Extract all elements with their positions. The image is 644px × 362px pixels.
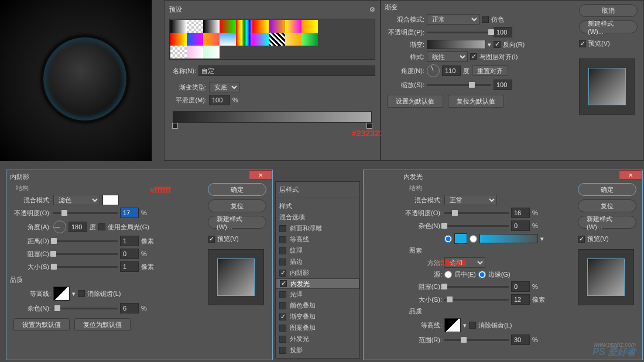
chevron-down-icon[interactable]: ▾	[540, 235, 544, 243]
go-grad-swatch[interactable]	[427, 40, 485, 49]
style-item[interactable]: 等高线	[276, 234, 359, 245]
is-choke-input[interactable]	[120, 249, 139, 259]
is-dist-slider[interactable]	[53, 240, 118, 242]
go-cancel-button[interactable]: 取消	[579, 4, 638, 17]
gradient-bar[interactable]	[173, 111, 372, 123]
style-item[interactable]: 光泽	[276, 289, 359, 300]
ig-source-center-radio[interactable]	[444, 271, 452, 278]
is-noise-input[interactable]	[120, 303, 139, 313]
go-reverse-check[interactable]	[494, 41, 501, 48]
angle-dial-icon[interactable]	[427, 64, 440, 77]
chevron-down-icon[interactable]: ▾	[463, 322, 467, 329]
ig-ok-button[interactable]: 确定	[578, 183, 636, 196]
style-item-check[interactable]	[279, 313, 286, 320]
style-item[interactable]: 纹理	[276, 245, 359, 256]
styles-blend-options[interactable]: 混合选项	[276, 212, 359, 223]
go-newstyle-button[interactable]: 新建样式(W)...	[579, 20, 638, 33]
is-angle-input[interactable]	[68, 222, 87, 232]
is-noise-slider[interactable]	[53, 308, 118, 309]
style-item-check[interactable]	[279, 302, 286, 309]
is-ok-button[interactable]: 确定	[208, 183, 266, 196]
grad-type-select[interactable]: 实底	[209, 82, 239, 92]
ig-size-slider[interactable]	[444, 299, 509, 301]
style-item-check[interactable]	[279, 225, 286, 232]
close-icon[interactable]: ✕	[249, 170, 272, 180]
is-preview-check[interactable]	[208, 236, 215, 243]
is-size-input[interactable]	[120, 261, 139, 272]
style-item-check[interactable]	[279, 236, 286, 243]
ig-noise1-slider[interactable]	[444, 225, 509, 227]
ig-choke-input[interactable]	[511, 281, 530, 292]
style-item-check[interactable]	[279, 258, 286, 266]
ig-opacity-input[interactable]	[511, 208, 530, 218]
is-size-slider[interactable]	[53, 266, 118, 268]
is-opacity-input[interactable]	[120, 208, 139, 218]
style-item[interactable]: 颜色叠加	[276, 300, 359, 311]
go-angle-input[interactable]	[442, 65, 461, 76]
is-reset-default-button[interactable]: 复位为默认值	[74, 318, 131, 331]
style-item[interactable]: 投影	[276, 344, 359, 356]
angle-dial-icon[interactable]	[53, 220, 66, 233]
style-item[interactable]: 图案叠加	[276, 322, 359, 333]
ig-color-radio[interactable]	[444, 235, 452, 243]
go-scale-slider[interactable]	[427, 84, 491, 86]
style-item[interactable]: 内发光	[276, 278, 359, 289]
ig-anti-check[interactable]	[469, 322, 476, 329]
gradient-presets[interactable]	[169, 19, 375, 60]
ig-range-slider[interactable]	[444, 339, 509, 341]
style-item-check[interactable]	[279, 336, 286, 343]
is-global-check[interactable]	[98, 223, 105, 230]
ig-gradient-radio[interactable]	[470, 235, 477, 243]
go-reset-default-button[interactable]: 复位为默认值	[448, 95, 504, 108]
ig-opacity-slider[interactable]	[444, 212, 509, 214]
ig-range-input[interactable]	[511, 335, 530, 345]
is-newstyle-button[interactable]: 新建样式(W)...	[208, 216, 266, 229]
gradient-stop-right[interactable]	[366, 123, 372, 129]
go-preview-check[interactable]	[579, 40, 586, 47]
style-item[interactable]: 斜面和浮雕	[276, 223, 359, 234]
ig-contour-swatch[interactable]	[444, 318, 461, 332]
gradient-stop-left[interactable]	[172, 123, 178, 129]
is-blend-select[interactable]: 滤色	[53, 195, 100, 205]
style-item-check[interactable]	[280, 280, 287, 287]
gradient-name-input[interactable]	[198, 65, 375, 76]
ig-size-input[interactable]	[511, 294, 530, 305]
styles-section[interactable]: 样式	[276, 201, 359, 212]
go-blend-select[interactable]: 正常	[427, 14, 479, 25]
close-icon[interactable]: ✕	[619, 170, 642, 180]
style-item[interactable]: 描边	[276, 256, 359, 267]
is-set-default-button[interactable]: 设置为默认值	[13, 318, 70, 331]
is-dist-input[interactable]	[120, 236, 139, 246]
ig-color-swatch[interactable]	[454, 233, 467, 244]
go-style-select[interactable]: 线性	[427, 51, 468, 62]
is-color-swatch[interactable]	[102, 195, 119, 205]
ig-source-edge-radio[interactable]	[478, 271, 486, 278]
is-contour-swatch[interactable]	[53, 287, 70, 301]
go-reset-align-button[interactable]: 重置对齐	[472, 65, 508, 76]
is-anti-check[interactable]	[78, 290, 85, 297]
smooth-input[interactable]	[209, 95, 230, 105]
ig-noise1-input[interactable]	[511, 220, 530, 231]
gear-icon[interactable]: ⚙	[369, 6, 375, 13]
go-scale-input[interactable]	[494, 80, 512, 90]
ig-gradient-swatch[interactable]	[479, 234, 538, 243]
style-item[interactable]: 渐变叠加	[276, 311, 359, 322]
ig-choke-slider[interactable]	[444, 286, 509, 288]
ig-preview-check[interactable]	[578, 236, 585, 243]
go-dither-check[interactable]	[482, 16, 489, 23]
chevron-down-icon[interactable]: ▾	[488, 41, 491, 49]
is-choke-slider[interactable]	[53, 253, 118, 255]
style-item-check[interactable]	[279, 347, 286, 354]
ig-newstyle-button[interactable]: 新建样式(W)...	[578, 216, 636, 229]
go-opacity-slider[interactable]	[427, 32, 491, 33]
style-item-check[interactable]	[279, 247, 286, 254]
style-item[interactable]: 外发光	[276, 333, 359, 344]
chevron-down-icon[interactable]: ▾	[72, 290, 76, 298]
is-opacity-slider[interactable]	[53, 212, 118, 214]
style-item-check[interactable]	[279, 270, 286, 277]
go-align-check[interactable]	[470, 53, 477, 60]
style-item-check[interactable]	[279, 325, 286, 332]
go-set-default-button[interactable]: 设置为默认值	[387, 95, 443, 108]
go-opacity-input[interactable]	[494, 27, 512, 37]
style-item[interactable]: 内阴影	[276, 267, 359, 278]
